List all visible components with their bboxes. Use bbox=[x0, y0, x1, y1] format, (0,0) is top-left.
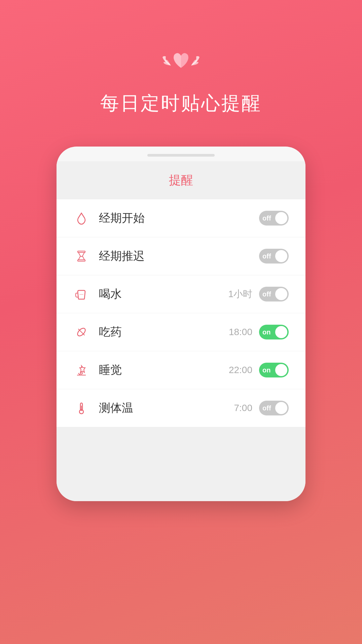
reminder-item-sleep: 睡觉 22:00 on bbox=[57, 351, 305, 389]
toggle-knob bbox=[275, 402, 287, 414]
sleep-icon bbox=[73, 362, 89, 378]
take-medicine-label: 吃药 bbox=[99, 324, 229, 340]
drink-water-time: 1小时 bbox=[228, 288, 252, 300]
phone-top-bar bbox=[57, 147, 305, 161]
reminder-list: 经期开始 off 经期推迟 off bbox=[57, 199, 305, 427]
toggle-knob bbox=[275, 250, 287, 262]
toggle-knob bbox=[275, 364, 287, 376]
period-start-toggle[interactable]: off bbox=[259, 211, 289, 226]
svg-line-4 bbox=[78, 329, 85, 335]
temperature-toggle-label: off bbox=[262, 404, 271, 412]
svg-rect-1 bbox=[78, 260, 85, 261]
take-medicine-toggle-label: on bbox=[262, 328, 270, 336]
phone-notch bbox=[147, 154, 215, 157]
period-delay-label: 经期推迟 bbox=[99, 248, 252, 264]
drink-water-toggle-label: off bbox=[262, 290, 271, 298]
reminder-item-drink-water: 喝水 1小时 off bbox=[57, 275, 305, 313]
period-delay-toggle-label: off bbox=[262, 252, 271, 260]
phone-mockup: 提醒 经期开始 off bbox=[57, 147, 305, 501]
reminder-item-temperature: 测体温 7:00 off bbox=[57, 389, 305, 427]
take-medicine-time: 18:00 bbox=[229, 327, 252, 337]
toggle-knob bbox=[275, 326, 287, 338]
take-medicine-toggle[interactable]: on bbox=[259, 325, 289, 339]
remind-header-text: 提醒 bbox=[169, 173, 193, 187]
drink-water-label: 喝水 bbox=[99, 286, 228, 302]
sleep-label: 睡觉 bbox=[99, 362, 229, 378]
sleep-toggle-label: on bbox=[262, 366, 270, 374]
reminder-item-period-delay: 经期推迟 off bbox=[57, 237, 305, 275]
reminder-item-take-medicine: 吃药 18:00 on bbox=[57, 313, 305, 351]
temperature-time: 7:00 bbox=[234, 403, 253, 413]
hourglass-icon bbox=[73, 248, 89, 264]
remind-header: 提醒 bbox=[57, 161, 305, 199]
header-area: 每日定时贴心提醒 bbox=[100, 44, 262, 116]
svg-rect-0 bbox=[78, 251, 85, 252]
sleep-toggle[interactable]: on bbox=[259, 363, 289, 377]
reminder-item-period-start: 经期开始 off bbox=[57, 199, 305, 237]
temperature-toggle[interactable]: off bbox=[259, 401, 289, 415]
sleep-time: 22:00 bbox=[229, 365, 252, 375]
drink-water-toggle[interactable]: off bbox=[259, 287, 289, 301]
thermometer-icon bbox=[73, 400, 89, 416]
toggle-knob bbox=[275, 212, 287, 224]
period-delay-toggle[interactable]: off bbox=[259, 249, 289, 264]
bottom-gray-area bbox=[57, 427, 305, 501]
drop-icon bbox=[73, 210, 89, 226]
pill-icon bbox=[73, 324, 89, 340]
toggle-knob bbox=[275, 288, 287, 300]
period-start-toggle-label: off bbox=[262, 214, 271, 222]
svg-point-5 bbox=[80, 372, 82, 374]
temperature-label: 测体温 bbox=[99, 400, 234, 416]
period-start-label: 经期开始 bbox=[99, 210, 252, 226]
logo-icon bbox=[161, 44, 201, 77]
cup-icon bbox=[73, 286, 89, 302]
page-title: 每日定时贴心提醒 bbox=[100, 91, 262, 116]
